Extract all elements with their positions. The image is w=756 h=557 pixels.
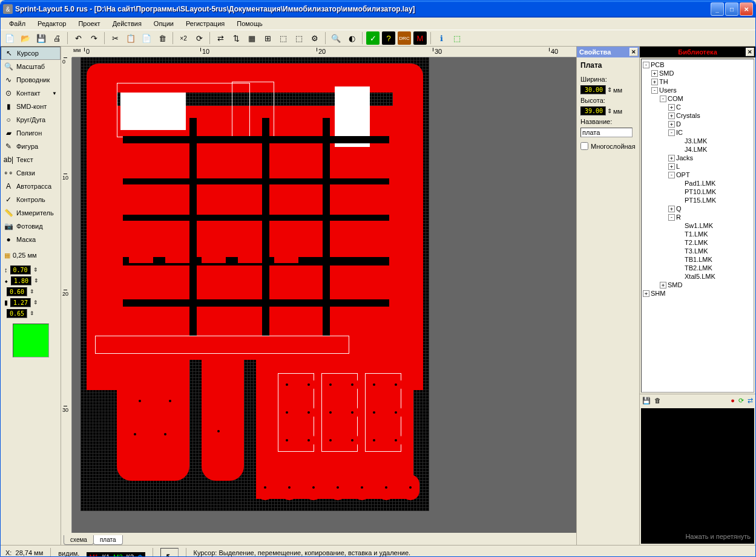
tool-Круг/Дуга[interactable]: ○Круг/Дуга [1,113,61,126]
cut-button[interactable]: ✂ [108,31,122,45]
tool-Автотрасса[interactable]: AАвтотрасса [1,180,61,193]
menu-Действия[interactable]: Действия [108,19,146,28]
tree-node[interactable]: J3.LMK [643,137,752,145]
tool-Полигон[interactable]: ▰Полигон [1,126,61,140]
tree-node[interactable]: -PCB [643,60,752,69]
tree-node[interactable]: T3.LMK [643,247,752,255]
lib-rotate-icon[interactable]: ⟳ [738,397,744,405]
tree-node[interactable]: Pad1.LMK [643,179,752,187]
expander-icon[interactable]: + [668,104,675,111]
tree-node[interactable]: +TH [643,77,752,86]
new-button[interactable]: 📄 [3,31,16,45]
expander-icon[interactable]: + [643,290,649,297]
tree-node[interactable]: -IC [643,128,752,137]
param-row[interactable]: 0.60⇕ [1,286,61,297]
expander-icon[interactable]: - [668,129,675,136]
tool-Фигура[interactable]: ✎Фигура [1,140,61,153]
tree-node[interactable]: +Crystals [643,111,752,120]
contrast-button[interactable]: ◐ [345,31,358,45]
tree-node[interactable]: -Users [643,86,752,94]
tree-node[interactable]: T2.LMK [643,238,752,247]
param-row[interactable]: 0.65⇕ [1,308,61,319]
tree-node[interactable]: +C [643,103,752,111]
check-button[interactable]: ✓ [366,31,380,45]
tool-SMD-конт[interactable]: ▮SMD-конт [1,100,61,113]
paste-button[interactable]: 📄 [140,31,153,45]
tree-node[interactable]: +Q [643,204,752,213]
drc-button[interactable]: DRC [398,31,411,45]
tree-node[interactable]: PT15.LMK [643,196,752,204]
tool-Связи[interactable]: ∘∘Связи [1,166,61,180]
tree-node[interactable]: TB1.LMK [643,255,752,264]
tree-node[interactable]: +SMD [643,69,752,77]
zoom-button[interactable]: 🔍 [329,31,343,45]
menu-Регистрация[interactable]: Регистрация [181,19,229,28]
align-button[interactable]: ▦ [245,31,258,45]
tree-node[interactable]: PT10.LMK [643,187,752,196]
redo-button[interactable]: ↷ [87,31,100,45]
undo-button[interactable]: ↶ [71,31,85,45]
menu-Файл[interactable]: Файл [4,19,30,28]
width-value[interactable]: 30.00 [580,85,606,94]
macro-button[interactable]: M [413,31,427,45]
library-close-icon[interactable]: ✕ [746,48,754,56]
tree-node[interactable]: T1.LMK [643,230,752,238]
tab-схема[interactable]: схема [64,535,94,545]
info-button[interactable]: ℹ [435,31,448,45]
lib-record-icon[interactable]: ● [731,397,735,405]
layer-indicator[interactable]: М1 К1 М2 К2 Ф [87,552,145,558]
help-button[interactable]: ? [382,31,395,45]
name-input[interactable] [580,128,633,137]
tool-Фотовид[interactable]: 📷Фотовид [1,220,61,233]
duplicate-button[interactable]: ×2 [177,31,190,45]
lib-flip-icon[interactable]: ⇄ [748,397,753,405]
rotate-button[interactable]: ⟳ [192,31,206,45]
expander-icon[interactable]: + [651,79,658,85]
print-button[interactable]: 🖨 [50,31,64,45]
tool-Текст[interactable]: ab|Текст [1,153,61,166]
lib-delete-icon[interactable]: 🗑 [654,397,661,405]
tree-node[interactable]: -COM [643,94,752,103]
select-button[interactable]: ⬚ [450,31,464,45]
components-button[interactable]: ⚙ [308,31,321,45]
tree-node[interactable]: +SMD [643,281,752,289]
menu-Опции[interactable]: Опции [149,19,179,28]
lib-save-icon[interactable]: 💾 [642,397,651,405]
close-button[interactable]: ✕ [740,2,753,16]
menu-Редактор[interactable]: Редактор [33,19,71,28]
tree-node[interactable]: Xtal5.LMK [643,272,752,281]
tree-node[interactable]: +SHM [643,289,752,298]
library-preview[interactable]: Нажать и перетянуть [641,408,754,544]
expander-icon[interactable]: - [668,214,675,221]
mirror-v-button[interactable]: ⇅ [229,31,243,45]
param-row[interactable]: ⬥1.80⇕ [1,275,61,286]
expander-icon[interactable]: - [643,62,649,68]
delete-button[interactable]: 🗑 [156,31,169,45]
open-button[interactable]: 📂 [19,31,32,45]
tool-Измеритель[interactable]: 📏Измеритель [1,206,61,220]
multilayer-checkbox[interactable]: Многослойная [580,142,636,150]
param-row[interactable]: ↕0.70⇕ [1,264,61,275]
height-value[interactable]: 39.00 [580,106,606,116]
save-button[interactable]: 💾 [35,31,48,45]
expander-icon[interactable]: + [668,155,675,161]
tool-Курсор[interactable]: ↖Курсор [1,47,61,60]
tool-Проводник[interactable]: ∿Проводник [1,73,61,86]
expander-icon[interactable]: - [660,96,666,102]
tree-node[interactable]: -OPT [643,171,752,179]
expander-icon[interactable]: - [651,87,658,94]
properties-close-icon[interactable]: ✕ [629,48,638,56]
tool-Контроль[interactable]: ✓Контроль [1,193,61,206]
expander-icon[interactable]: - [668,172,675,178]
menu-Помощь[interactable]: Помощь [232,19,268,28]
tree-node[interactable]: +Jacks [643,154,752,162]
copy-button[interactable]: 📋 [124,31,137,45]
library-tree[interactable]: -PCB+SMD+TH-Users-COM+C+Crystals+D-ICJ3.… [641,59,754,393]
tree-node[interactable]: Sw1.LMK [643,221,752,230]
expander-icon[interactable]: + [668,121,675,128]
tree-node[interactable]: +D [643,120,752,128]
tool-Масштаб[interactable]: 🔍Масштаб [1,60,61,73]
tool-Контакт[interactable]: ⊙Контакт▼ [1,86,61,100]
expander-icon[interactable]: + [668,163,675,170]
ungroup-button[interactable]: ⬚ [292,31,306,45]
